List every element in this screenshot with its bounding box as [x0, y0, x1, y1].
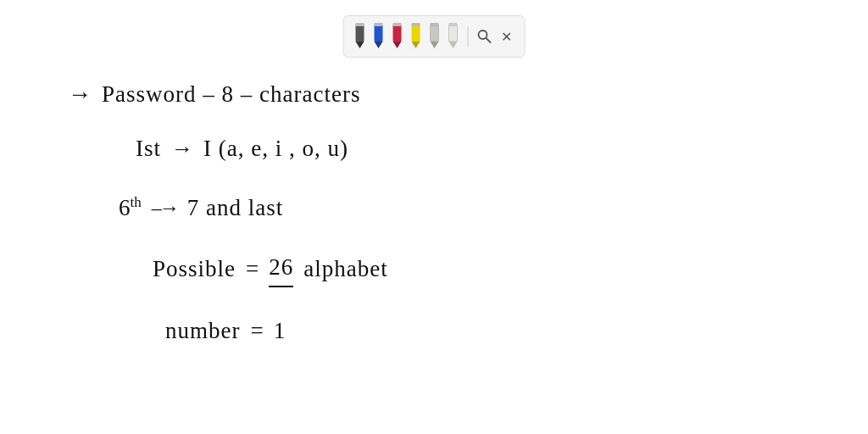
- light-pencil-button[interactable]: [427, 21, 442, 52]
- svg-line-19: [487, 38, 491, 42]
- line2-arrow: →: [171, 132, 193, 165]
- line-1: → Password – 8 – characters: [68, 76, 360, 112]
- svg-marker-4: [375, 42, 383, 48]
- line4-possible: Possible: [153, 252, 236, 287]
- toolbar-divider: [468, 26, 469, 47]
- black-pencil-button[interactable]: [353, 21, 368, 52]
- line3-arrow: –→: [152, 192, 177, 223]
- line2-text: I (a, e, i , o, u): [203, 131, 348, 166]
- svg-rect-9: [412, 25, 420, 42]
- svg-rect-14: [431, 23, 439, 26]
- line5-1: 1: [274, 314, 286, 348]
- line3-text: 7 and last: [187, 191, 283, 225]
- content-area: → Password – 8 – characters Ist → I (a, …: [68, 68, 834, 417]
- line3-6th: 6th: [119, 191, 142, 225]
- line-3: 6th –→ 7 and last: [119, 191, 283, 225]
- svg-rect-12: [431, 25, 439, 42]
- blue-pencil-button[interactable]: [371, 21, 387, 52]
- svg-rect-8: [393, 23, 402, 26]
- line2-ist: Ist: [136, 131, 161, 166]
- svg-marker-16: [449, 42, 458, 48]
- line-5: number = 1: [165, 314, 285, 348]
- line4-alphabet: alphabet: [303, 252, 387, 287]
- svg-rect-17: [449, 23, 458, 26]
- svg-rect-3: [375, 25, 383, 42]
- search-button[interactable]: [476, 27, 494, 46]
- line5-number: number: [165, 314, 240, 348]
- line1-arrow: →: [68, 76, 92, 112]
- line-2: Ist → I (a, e, i , o, u): [136, 131, 348, 166]
- line4-row: Possible = 26 alphabet: [153, 250, 388, 287]
- svg-rect-15: [449, 25, 458, 42]
- svg-rect-6: [393, 25, 402, 42]
- close-button[interactable]: ✕: [498, 27, 516, 46]
- svg-rect-0: [356, 25, 364, 42]
- line5-eq: =: [250, 314, 263, 348]
- line1-text: Password – 8 – characters: [102, 77, 360, 112]
- yellow-pencil-button[interactable]: [409, 21, 424, 52]
- svg-rect-2: [356, 23, 364, 26]
- svg-marker-13: [431, 42, 439, 48]
- red-pencil-button[interactable]: [390, 21, 405, 52]
- line-4: Possible = 26 alphabet: [153, 250, 388, 287]
- svg-marker-7: [393, 42, 402, 48]
- svg-rect-11: [412, 23, 420, 26]
- svg-marker-1: [356, 42, 364, 48]
- svg-rect-5: [375, 23, 383, 26]
- line4-26: 26: [269, 250, 293, 287]
- white-pencil-button[interactable]: [446, 21, 461, 52]
- line4-eq: =: [246, 252, 259, 287]
- svg-marker-10: [412, 42, 420, 48]
- toolbar: ✕: [343, 15, 526, 58]
